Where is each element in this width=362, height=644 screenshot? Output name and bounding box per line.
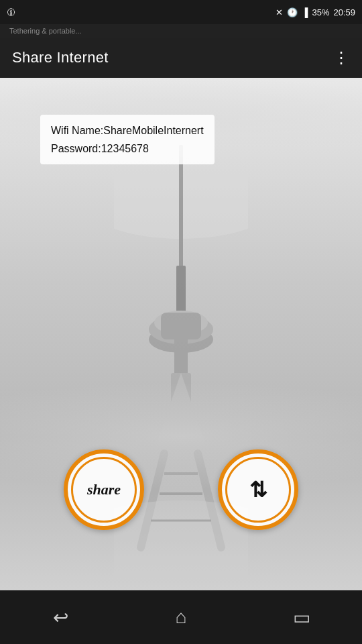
clock-icon: 🕐 — [287, 7, 298, 17]
share-button-label: share — [87, 481, 121, 498]
main-content: Wifi Name:ShareMobileInternert Password:… — [0, 78, 362, 590]
transfer-icon: ⇅ — [249, 477, 267, 502]
signal-bars-icon: ▐ — [302, 7, 308, 17]
back-button[interactable]: ↩ — [40, 597, 80, 637]
transfer-button-outer[interactable]: ⇅ — [218, 449, 298, 530]
recents-button[interactable]: ▭ — [282, 597, 322, 637]
more-options-icon[interactable]: ⋮ — [333, 48, 350, 67]
back-icon: ↩ — [53, 606, 68, 629]
top-hint-bar: Tethering & portable... — [0, 24, 362, 38]
battery-indicator: 35% — [312, 7, 329, 17]
action-buttons-row: share ⇅ — [0, 449, 362, 530]
wifi-info-box: Wifi Name:ShareMobileInternert Password:… — [40, 115, 215, 164]
share-button[interactable]: share — [64, 449, 144, 530]
status-bar: 🛈 ✕ 🕐 ▐ 35% 20:59 — [0, 0, 362, 24]
share-button-outer[interactable]: share — [64, 449, 144, 530]
svg-rect-7 — [174, 326, 188, 380]
app-bar: Share Internet ⋮ — [0, 38, 362, 78]
home-button[interactable]: ⌂ — [161, 597, 201, 637]
svg-rect-1 — [179, 145, 183, 279]
signal-blocked-icon: ✕ — [276, 7, 283, 17]
home-icon: ⌂ — [176, 606, 187, 628]
wifi-name-line: Wifi Name:ShareMobileInternert — [51, 121, 204, 140]
top-hint-text: Tethering & portable... — [9, 27, 82, 35]
transfer-button[interactable]: ⇅ — [218, 449, 298, 530]
status-bar-right: ✕ 🕐 ▐ 35% 20:59 — [276, 7, 355, 17]
wifi-icon: 🛈 — [7, 7, 15, 17]
app-title: Share Internet — [12, 49, 109, 66]
wifi-password-line: Password:12345678 — [51, 140, 204, 158]
status-time: 20:59 — [333, 7, 355, 17]
bottom-navigation: ↩ ⌂ ▭ — [0, 590, 362, 644]
recents-icon: ▭ — [293, 606, 310, 629]
status-bar-left: 🛈 — [7, 7, 15, 17]
